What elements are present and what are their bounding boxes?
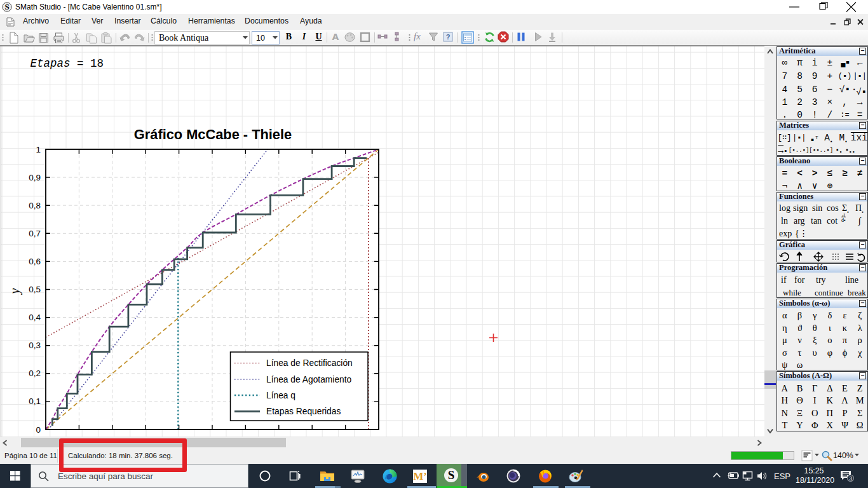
svg-text:0,4: 0,4 (29, 313, 41, 322)
svg-text:0,1: 0,1 (29, 396, 41, 406)
svg-text:0,3: 0,3 (29, 341, 41, 350)
svg-text:0: 0 (36, 425, 41, 435)
svg-text:0,9: 0,9 (29, 173, 41, 182)
svg-text:3: 3 (849, 475, 852, 482)
svg-text:0,6: 0,6 (29, 257, 41, 266)
svg-text:0,7: 0,7 (29, 229, 41, 238)
svg-text:0,8: 0,8 (29, 201, 41, 210)
svg-text:y: y (8, 288, 22, 295)
svg-text:Etapas Requeridas: Etapas Requeridas (266, 407, 341, 416)
svg-text:0,2: 0,2 (29, 369, 41, 378)
svg-text:Línea de Rectificación: Línea de Rectificación (266, 358, 353, 368)
svg-text:1: 1 (36, 145, 41, 154)
svg-text:0,5: 0,5 (29, 285, 41, 294)
svg-text:Línea de Agotamiento: Línea de Agotamiento (266, 375, 352, 384)
svg-text:?: ? (446, 33, 451, 41)
svg-text:S: S (4, 2, 9, 11)
svg-text:Línea q: Línea q (266, 391, 295, 400)
